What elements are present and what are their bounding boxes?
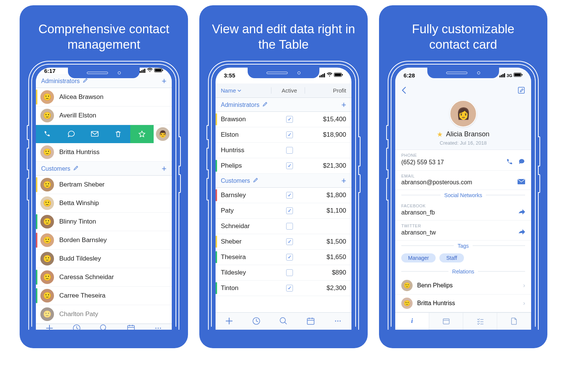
cell-active[interactable]: ✓ [273, 162, 306, 169]
add-icon[interactable] [225, 317, 233, 325]
tag-chip[interactable]: Staff [439, 253, 464, 262]
table-row[interactable]: Tildesley $890 [216, 265, 351, 281]
email-value[interactable]: abranson@posterous.com [401, 179, 472, 186]
table-row[interactable]: Huntriss [216, 143, 351, 158]
tab-file[interactable] [497, 313, 531, 330]
section-header[interactable]: Customers + [216, 174, 351, 188]
add-icon[interactable]: + [162, 165, 166, 173]
table-row[interactable]: Tinton ✓ $2,300 [216, 281, 351, 296]
contact-row[interactable]: 🙂 Charlton Paty [36, 305, 172, 324]
cell-profit: $1,650 [306, 253, 346, 261]
contact-avatar[interactable]: 👩 [450, 100, 477, 127]
contact-row[interactable]: 🙂 Borden Barnsley [36, 231, 172, 250]
recent-icon[interactable] [252, 317, 260, 325]
cell-profit: $21,300 [306, 162, 346, 170]
add-icon[interactable]: + [341, 101, 346, 109]
table-row[interactable]: Paty ✓ $1,100 [216, 203, 351, 219]
cell-active[interactable]: ✓ [273, 285, 306, 292]
cell-profit: $890 [306, 269, 346, 276]
add-icon[interactable]: + [341, 177, 346, 185]
tab-calendar[interactable] [429, 313, 463, 330]
contact-row[interactable]: 🙂 Bertram Sheber [36, 176, 172, 194]
contact-row[interactable]: 🙂 Averill Elston [36, 106, 172, 125]
table-row[interactable]: Brawson ✓ $15,400 [216, 112, 351, 127]
tab-checklist[interactable] [463, 313, 497, 330]
cell-name: Paty [221, 207, 273, 215]
cell-profit: $1,800 [306, 191, 346, 199]
card-nav [395, 83, 531, 99]
twitter-value[interactable]: abranson_tw [401, 229, 436, 236]
tag-chip[interactable]: Manager [401, 253, 436, 262]
share-icon[interactable] [518, 209, 525, 216]
more-icon[interactable] [334, 317, 342, 325]
relation-row[interactable]: 🙂 Britta Huntriss › [395, 295, 531, 312]
message-icon[interactable] [59, 125, 83, 143]
cell-active[interactable] [273, 147, 306, 154]
table-row[interactable]: Elston ✓ $18,900 [216, 127, 351, 143]
contact-row[interactable]: 🙂 Alicea Brawson [36, 88, 172, 106]
signal-icon [140, 69, 145, 73]
cell-active[interactable] [273, 269, 306, 276]
phone-value[interactable]: (652) 559 53 17 [401, 159, 444, 166]
mail-icon[interactable] [83, 125, 106, 143]
cell-active[interactable]: ✓ [273, 131, 306, 138]
pencil-icon[interactable] [253, 177, 258, 184]
relation-name: Benn Phelips [417, 282, 453, 289]
contact-row[interactable]: 🙂 Budd Tildesley [36, 250, 172, 268]
table-row[interactable]: Theseira ✓ $1,650 [216, 250, 351, 265]
col-profit[interactable]: Profit [305, 87, 346, 94]
pencil-icon[interactable] [73, 165, 79, 172]
cell-active[interactable]: ✓ [273, 192, 306, 199]
contact-row[interactable]: 🙂 Caressa Schneidar [36, 268, 172, 287]
search-icon[interactable] [279, 317, 288, 325]
calendar-icon[interactable] [307, 317, 315, 325]
col-name[interactable]: Name [221, 87, 271, 94]
phone-icon[interactable] [506, 158, 513, 167]
star-icon[interactable] [130, 125, 154, 143]
screen-contact-list: 6:17 Administrators + 🙂 Alicea Brawson 🙂… [36, 68, 172, 330]
calendar-icon[interactable] [127, 324, 135, 330]
svg-point-18 [340, 321, 341, 322]
contact-row[interactable]: 🙂 Carree Theseira [36, 287, 172, 305]
section-header[interactable]: Administrators + [216, 98, 351, 112]
col-active[interactable]: Active [271, 87, 305, 94]
contact-row[interactable]: 🙂 Betta Winship [36, 194, 172, 213]
cell-active[interactable] [273, 223, 306, 230]
section-header[interactable]: Customers + [36, 162, 172, 176]
star-icon[interactable]: ★ [437, 130, 443, 139]
share-icon[interactable] [518, 229, 525, 236]
phone-icon[interactable] [36, 125, 59, 143]
table-row[interactable]: Barnsley ✓ $1,800 [216, 188, 351, 203]
facebook-value[interactable]: abranson_fb [401, 209, 435, 216]
pencil-icon[interactable] [262, 102, 268, 108]
message-icon[interactable] [518, 158, 525, 167]
status-bar: 3:55 [216, 68, 351, 83]
table-row[interactable]: Schneidar [216, 219, 351, 234]
cell-active[interactable]: ✓ [273, 207, 306, 214]
more-icon[interactable] [154, 324, 162, 330]
relation-row[interactable]: 🙂 Benn Phelips › [395, 277, 531, 295]
panel-title: Fully customizable contact card [379, 5, 547, 61]
add-icon[interactable]: + [162, 77, 166, 85]
svg-rect-24 [443, 319, 449, 324]
table-row[interactable]: Sheber ✓ $1,500 [216, 234, 351, 250]
cell-active[interactable]: ✓ [273, 116, 306, 123]
status-time: 6:17 [44, 68, 55, 74]
cell-active[interactable]: ✓ [273, 254, 306, 261]
table-row[interactable]: Phelips ✓ $21,300 [216, 158, 351, 174]
mail-icon[interactable] [518, 179, 525, 186]
search-icon[interactable] [100, 324, 108, 330]
contact-row[interactable]: 🙂 Blinny Tinton [36, 213, 172, 231]
tab-info[interactable]: i [395, 313, 429, 330]
twitter-field: TWITTER abranson_tw [395, 221, 531, 241]
edit-icon[interactable] [518, 86, 525, 96]
phone-frame: 6:17 Administrators + 🙂 Alicea Brawson 🙂… [28, 61, 179, 330]
back-icon[interactable] [401, 86, 407, 96]
trash-icon[interactable] [106, 125, 130, 143]
avatar: 🙂 [40, 215, 54, 228]
cell-active[interactable]: ✓ [273, 238, 306, 245]
recent-icon[interactable] [72, 324, 81, 330]
pencil-icon[interactable] [83, 78, 88, 85]
contact-row[interactable]: 🙂 Britta Huntriss [36, 143, 172, 162]
add-icon[interactable] [45, 324, 54, 330]
